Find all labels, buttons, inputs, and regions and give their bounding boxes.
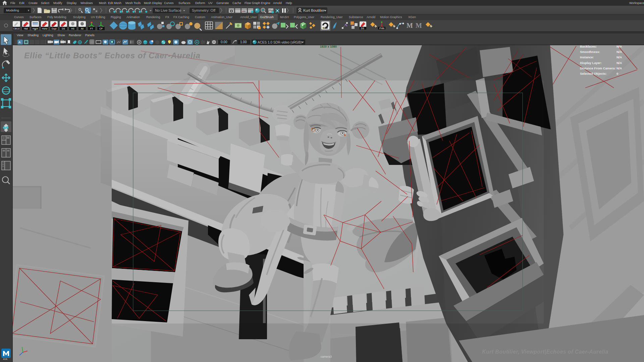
svg-text:IPR: IPR (242, 10, 246, 12)
svg-text:PHN: PHN (379, 27, 384, 29)
svg-text:M: M (407, 22, 413, 29)
svg-text:M: M (416, 22, 422, 29)
svg-text:FT: FT (90, 27, 93, 30)
svg-text:A: A (18, 41, 21, 44)
svg-text:0.00: 0.00 (221, 40, 227, 44)
svg-text:ACES 1.0 SDR-video (sRGB): ACES 1.0 SDR-video (sRGB) (258, 41, 302, 44)
svg-text:HS: HS (71, 27, 74, 30)
svg-text:Dupl: Dupl (52, 27, 57, 30)
svg-text:DS: DS (62, 27, 65, 30)
svg-text:Kurt Boutilier: Kurt Boutilier (303, 8, 324, 12)
svg-text:Symmetry: Off: Symmetry: Off (192, 8, 216, 12)
svg-text:No Live Surface: No Live Surface (155, 8, 181, 12)
svg-text:1.00: 1.00 (240, 40, 247, 44)
svg-text:AYA: AYA (3, 358, 7, 360)
svg-text:CB/LE: CB/LE (13, 27, 20, 30)
svg-text:All: All (81, 27, 84, 30)
svg-text:Hgph: Hgph (33, 27, 38, 30)
svg-text:CP: CP (99, 27, 103, 30)
svg-text:Hshd: Hshd (42, 27, 47, 30)
svg-text:Hist: Hist (24, 27, 28, 30)
svg-text:DS: DS (361, 27, 364, 29)
svg-text:GoZ: GoZ (323, 26, 328, 29)
